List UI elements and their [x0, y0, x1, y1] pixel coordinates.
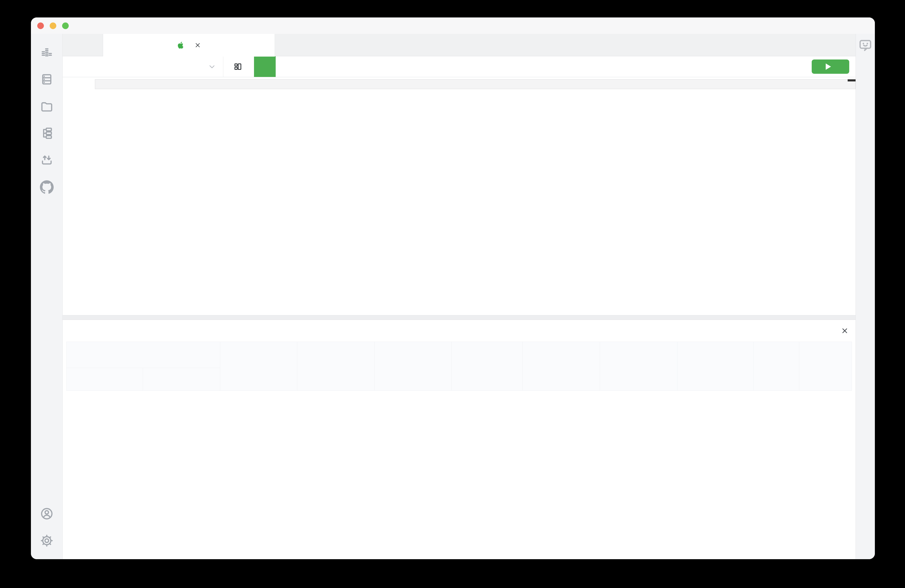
toolbar [63, 56, 856, 77]
tab-bar [63, 34, 856, 56]
column-header-user-name[interactable] [452, 342, 522, 391]
tab-home[interactable] [63, 34, 103, 56]
layout-icon [233, 62, 242, 71]
column-header-primary-key[interactable] [66, 342, 220, 368]
user-circle-icon[interactable] [40, 507, 54, 521]
tree-list-icon[interactable] [40, 126, 54, 140]
chevron-down-icon [208, 62, 216, 71]
main-area [63, 34, 856, 559]
run-button[interactable] [812, 59, 849, 74]
apple-icon [177, 41, 185, 49]
feedback-icon[interactable] [858, 38, 873, 53]
close-tab-icon[interactable] [194, 42, 201, 49]
column-header-school-address[interactable] [522, 342, 600, 391]
play-icon [826, 64, 831, 70]
gear-icon[interactable] [40, 534, 54, 548]
column-header-home-address[interactable] [375, 342, 452, 391]
github-icon[interactable] [40, 180, 54, 194]
import-export-icon[interactable] [40, 153, 54, 167]
query-ui-button[interactable] [233, 62, 246, 71]
query-result-panel [63, 320, 856, 559]
partiql-editor[interactable] [63, 77, 856, 315]
cursor-overview-mark [848, 79, 856, 81]
table-selector[interactable] [63, 56, 223, 77]
column-header-id-pk[interactable] [66, 368, 143, 391]
window-controls [37, 17, 69, 34]
column-header-biology[interactable] [600, 342, 678, 391]
folder-icon[interactable] [40, 99, 54, 113]
column-header-arts[interactable] [220, 342, 297, 391]
result-table [66, 342, 852, 391]
app-window [31, 17, 875, 559]
column-header-chemistry[interactable] [678, 342, 754, 391]
column-header-birthday[interactable] [297, 342, 375, 391]
minimize-window-button[interactable] [50, 22, 56, 29]
sidebar [31, 34, 63, 559]
close-window-button[interactable] [37, 22, 44, 29]
result-table-scroll[interactable] [66, 342, 852, 559]
panel-divider[interactable] [63, 315, 856, 320]
query-result-header [63, 320, 856, 342]
column-header-actions [799, 342, 852, 391]
right-strip [856, 34, 875, 559]
tab-partiql-file[interactable] [103, 34, 275, 57]
titlebar [31, 17, 875, 34]
database-icon[interactable] [40, 72, 54, 86]
logo-bars-icon[interactable] [40, 46, 54, 59]
partiql-editor-button[interactable] [254, 56, 276, 77]
zoom-window-button[interactable] [62, 22, 69, 29]
column-header-class-sk[interactable] [143, 368, 220, 391]
close-results-icon[interactable] [841, 327, 849, 335]
active-line-highlight [95, 79, 856, 89]
